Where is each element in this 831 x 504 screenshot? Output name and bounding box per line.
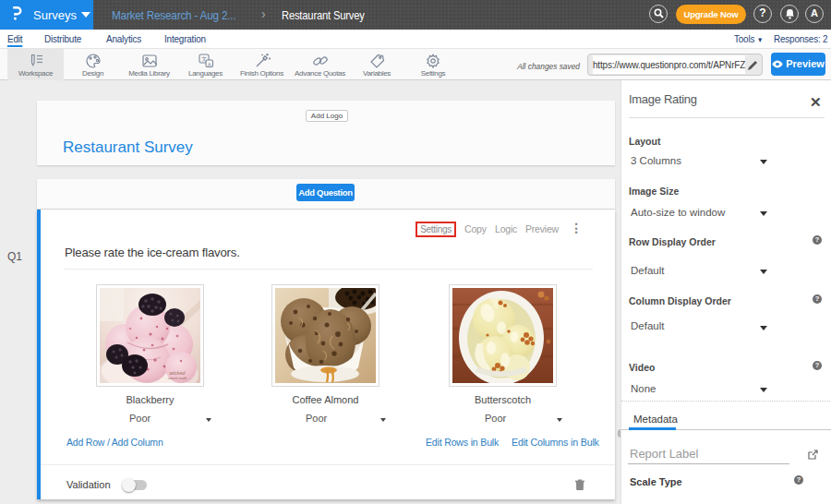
svg-text:A: A [207,62,211,67]
svg-text:sweet tooth: sweet tooth [168,376,187,380]
svg-text:文: 文 [201,55,207,62]
